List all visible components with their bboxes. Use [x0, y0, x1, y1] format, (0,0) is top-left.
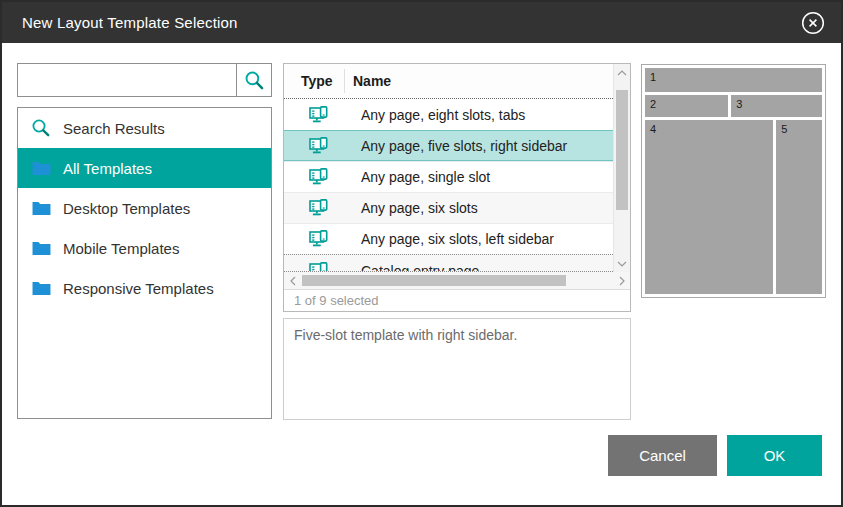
template-name: Any page, five slots, right sidebar — [353, 138, 567, 154]
template-folder-tree: Search Results All Templates Desktop Tem… — [17, 107, 272, 419]
chevron-up-icon — [617, 70, 627, 76]
vertical-scrollbar[interactable] — [613, 64, 630, 272]
template-name: Any page, six slots — [353, 200, 478, 216]
preview-row-2: 2 3 — [645, 95, 822, 117]
table-row-clipped[interactable]: Catalog entry page — [284, 254, 613, 272]
vertical-scrollbar-thumb[interactable] — [616, 90, 628, 210]
tree-item-desktop-templates[interactable]: Desktop Templates — [18, 188, 271, 228]
search-icon — [31, 118, 51, 138]
column-header-name[interactable]: Name — [345, 73, 391, 89]
tree-item-all-templates[interactable]: All Templates — [18, 148, 271, 188]
search-button[interactable] — [236, 64, 271, 96]
scroll-down-button[interactable] — [614, 255, 630, 272]
column-header-type[interactable]: Type — [284, 73, 344, 89]
scroll-right-button[interactable] — [613, 272, 630, 289]
folder-icon — [31, 198, 51, 218]
template-name: Any page, six slots, left sidebar — [353, 231, 554, 247]
search-input[interactable] — [18, 64, 236, 96]
preview-row-3: 4 5 — [645, 120, 822, 294]
table-row[interactable]: Any page, eight slots, tabs — [284, 99, 613, 130]
chevron-right-icon — [619, 276, 625, 286]
tree-item-label: Desktop Templates — [63, 200, 190, 217]
template-description-box: Five-slot template with right sidebar. — [283, 318, 631, 420]
search-icon — [244, 70, 265, 91]
tree-item-mobile-templates[interactable]: Mobile Templates — [18, 228, 271, 268]
chevron-down-icon — [617, 261, 627, 267]
table-row[interactable]: Any page, six slots — [284, 192, 613, 223]
preview-slot-3: 3 — [731, 95, 822, 117]
devices-icon — [284, 168, 353, 186]
preview-slot-5: 5 — [776, 120, 822, 294]
devices-icon — [284, 255, 353, 272]
table-row[interactable]: Any page, single slot — [284, 161, 613, 192]
devices-icon — [284, 137, 353, 155]
folder-icon — [31, 278, 51, 298]
table-row-selected[interactable]: Any page, five slots, right sidebar — [284, 130, 613, 161]
tree-item-label: Mobile Templates — [63, 240, 179, 257]
folder-icon — [31, 238, 51, 258]
preview-slot-2: 2 — [645, 95, 728, 117]
devices-icon — [284, 230, 353, 248]
template-list-header: Type Name — [284, 64, 613, 99]
scroll-up-button[interactable] — [614, 64, 630, 81]
tree-item-search-results[interactable]: Search Results — [18, 108, 271, 148]
tree-item-responsive-templates[interactable]: Responsive Templates — [18, 268, 271, 308]
folder-icon — [31, 158, 51, 178]
layout-preview: 1 2 3 4 5 — [641, 64, 826, 298]
template-description-text: Five-slot template with right sidebar. — [294, 327, 517, 343]
devices-icon — [284, 106, 353, 124]
template-name: Any page, single slot — [353, 169, 490, 185]
tree-item-label: All Templates — [63, 160, 152, 177]
dialog-titlebar: New Layout Template Selection — [2, 2, 841, 43]
selection-status-bar: 1 of 9 selected — [284, 289, 630, 311]
preview-slot-4: 4 — [645, 120, 773, 294]
selection-status-text: 1 of 9 selected — [294, 293, 379, 308]
template-list-body: Any page, eight slots, tabs Any page, fi… — [284, 99, 613, 272]
template-search — [17, 63, 272, 97]
template-list: Type Name Any page, eight slots, tabs An… — [283, 63, 631, 312]
cancel-button[interactable]: Cancel — [608, 435, 717, 476]
new-layout-template-dialog: New Layout Template Selection Search Res… — [0, 0, 843, 507]
template-name: Any page, eight slots, tabs — [353, 107, 525, 123]
close-button[interactable] — [799, 9, 827, 37]
scroll-left-button[interactable] — [284, 272, 301, 289]
preview-slot-1: 1 — [645, 68, 822, 92]
close-icon — [800, 10, 826, 36]
tree-item-label: Search Results — [63, 120, 165, 137]
ok-button[interactable]: OK — [727, 435, 822, 476]
devices-icon — [284, 199, 353, 217]
dialog-title: New Layout Template Selection — [22, 14, 238, 31]
chevron-left-icon — [290, 276, 296, 286]
tree-item-label: Responsive Templates — [63, 280, 214, 297]
horizontal-scrollbar-thumb[interactable] — [302, 275, 566, 286]
template-name: Catalog entry page — [353, 255, 479, 272]
horizontal-scrollbar[interactable] — [284, 272, 630, 289]
table-row[interactable]: Any page, six slots, left sidebar — [284, 223, 613, 254]
